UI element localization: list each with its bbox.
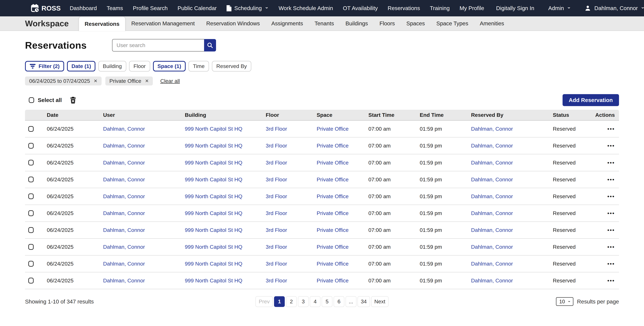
cell-space-link[interactable]: Private Office	[317, 277, 348, 283]
nav-item-public-calendar[interactable]: Public Calendar	[173, 5, 222, 11]
admin-menu[interactable]: Admin ⌄	[541, 5, 578, 11]
cell-reserved-by-link[interactable]: Dahlman, Connor	[471, 244, 513, 250]
cell-reserved-by-link[interactable]: Dahlman, Connor	[471, 210, 513, 216]
row-checkbox[interactable]	[28, 143, 34, 149]
tab-buildings[interactable]: Buildings	[340, 16, 374, 30]
cell-space-link[interactable]: Private Office	[317, 210, 348, 216]
cell-space-link[interactable]: Private Office	[317, 126, 348, 132]
filter-button-filter-2[interactable]: Filter (2)	[25, 61, 64, 72]
cell-building-link[interactable]: 999 North Capitol St HQ	[185, 143, 242, 148]
pagination-page-1[interactable]: 1	[274, 296, 285, 307]
cell-user-link[interactable]: Dahlman, Connor	[103, 159, 145, 166]
cell-reserved-by-link[interactable]: Dahlman, Connor	[471, 177, 513, 183]
cell-user-link[interactable]: Dahlman, Connor	[103, 193, 145, 199]
filter-button-space-1[interactable]: Space (1)	[153, 61, 186, 72]
row-actions-button[interactable]: •••	[594, 159, 619, 166]
cell-floor-link[interactable]: 3rd Floor	[266, 210, 287, 216]
row-actions-button[interactable]: •••	[594, 143, 619, 149]
pagination-page-34[interactable]: 34	[358, 296, 370, 307]
row-checkbox[interactable]	[28, 278, 34, 283]
filter-button-date-1[interactable]: Date (1)	[67, 61, 96, 72]
tab-floors[interactable]: Floors	[374, 16, 400, 30]
cell-reserved-by-link[interactable]: Dahlman, Connor	[471, 159, 513, 166]
nav-item-reservations[interactable]: Reservations	[383, 5, 425, 11]
row-actions-button[interactable]: •••	[594, 277, 619, 284]
pagination-prev[interactable]: Prev	[256, 296, 273, 307]
ross-logo[interactable]: ROSS	[31, 4, 61, 13]
cell-floor-link[interactable]: 3rd Floor	[266, 277, 287, 283]
cell-building-link[interactable]: 999 North Capitol St HQ	[185, 159, 242, 166]
pagination-next[interactable]: Next	[371, 296, 388, 307]
cell-user-link[interactable]: Dahlman, Connor	[103, 126, 145, 132]
results-per-page-select[interactable]: 10	[556, 297, 574, 306]
tab-tenants[interactable]: Tenants	[309, 16, 340, 30]
cell-reserved-by-link[interactable]: Dahlman, Connor	[471, 261, 513, 267]
cell-building-link[interactable]: 999 North Capitol St HQ	[185, 210, 242, 216]
tab-spaces[interactable]: Spaces	[400, 16, 431, 30]
cell-reserved-by-link[interactable]: Dahlman, Connor	[471, 227, 513, 233]
pagination-page-4[interactable]: 4	[310, 296, 320, 307]
nav-item-training[interactable]: Training	[425, 5, 455, 11]
row-checkbox[interactable]	[28, 126, 34, 132]
user-menu[interactable]: Dahlman, Connor ⌄	[578, 5, 644, 11]
cell-floor-link[interactable]: 3rd Floor	[266, 143, 287, 148]
cell-space-link[interactable]: Private Office	[317, 227, 348, 233]
cell-space-link[interactable]: Private Office	[317, 244, 348, 250]
chip-remove-icon[interactable]: ✕	[145, 79, 149, 83]
nav-item-my-profile[interactable]: My Profile	[454, 5, 489, 11]
filter-button-reserved-by[interactable]: Reserved By	[212, 61, 252, 72]
nav-item-dashboard[interactable]: Dashboard	[65, 5, 102, 11]
chip-remove-icon[interactable]: ✕	[94, 79, 98, 83]
delete-selected-button[interactable]	[70, 97, 76, 104]
pagination-page-2[interactable]: 2	[286, 296, 297, 307]
row-checkbox[interactable]	[28, 261, 34, 267]
cell-user-link[interactable]: Dahlman, Connor	[103, 227, 145, 233]
select-all-checkbox[interactable]	[29, 97, 34, 103]
filter-button-building[interactable]: Building	[98, 61, 126, 72]
nav-item-profile-search[interactable]: Profile Search	[128, 5, 173, 11]
nav-item-work-schedule-admin[interactable]: Work Schedule Admin	[274, 5, 338, 11]
cell-space-link[interactable]: Private Office	[317, 193, 348, 199]
nav-item-ot-availability[interactable]: OT Availability	[338, 5, 383, 11]
cell-floor-link[interactable]: 3rd Floor	[266, 177, 287, 183]
row-checkbox[interactable]	[28, 194, 34, 199]
tab-reservation-management[interactable]: Reservation Management	[126, 16, 200, 30]
row-actions-button[interactable]: •••	[594, 126, 619, 132]
tab-amenities[interactable]: Amenities	[474, 16, 510, 30]
cell-user-link[interactable]: Dahlman, Connor	[103, 210, 145, 216]
cell-floor-link[interactable]: 3rd Floor	[266, 193, 287, 199]
cell-reserved-by-link[interactable]: Dahlman, Connor	[471, 193, 513, 199]
row-actions-button[interactable]: •••	[594, 210, 619, 216]
cell-building-link[interactable]: 999 North Capitol St HQ	[185, 244, 242, 250]
cell-reserved-by-link[interactable]: Dahlman, Connor	[471, 126, 513, 132]
row-actions-button[interactable]: •••	[594, 193, 619, 200]
cell-user-link[interactable]: Dahlman, Connor	[103, 177, 145, 183]
cell-floor-link[interactable]: 3rd Floor	[266, 244, 287, 250]
tab-reservation-windows[interactable]: Reservation Windows	[200, 16, 266, 30]
digitally-sign-in-link[interactable]: Digitally Sign In	[489, 5, 541, 11]
cell-floor-link[interactable]: 3rd Floor	[266, 126, 287, 132]
cell-building-link[interactable]: 999 North Capitol St HQ	[185, 227, 242, 233]
cell-user-link[interactable]: Dahlman, Connor	[103, 277, 145, 283]
pagination-page-3[interactable]: 3	[298, 296, 309, 307]
row-actions-button[interactable]: •••	[594, 261, 619, 267]
cell-building-link[interactable]: 999 North Capitol St HQ	[185, 177, 242, 183]
cell-user-link[interactable]: Dahlman, Connor	[103, 143, 145, 148]
cell-building-link[interactable]: 999 North Capitol St HQ	[185, 277, 242, 283]
nav-item-scheduling[interactable]: Scheduling⌄	[222, 5, 274, 11]
cell-space-link[interactable]: Private Office	[317, 261, 348, 267]
cell-space-link[interactable]: Private Office	[317, 159, 348, 166]
filter-button-time[interactable]: Time	[188, 61, 209, 72]
cell-floor-link[interactable]: 3rd Floor	[266, 227, 287, 233]
cell-user-link[interactable]: Dahlman, Connor	[103, 261, 145, 267]
pagination-ellipsis[interactable]: ...	[346, 296, 356, 307]
row-checkbox[interactable]	[28, 210, 34, 216]
cell-reserved-by-link[interactable]: Dahlman, Connor	[471, 277, 513, 283]
pagination-page-6[interactable]: 6	[334, 296, 344, 307]
cell-floor-link[interactable]: 3rd Floor	[266, 261, 287, 267]
cell-space-link[interactable]: Private Office	[317, 143, 348, 148]
clear-all-link[interactable]: Clear all	[160, 78, 180, 84]
pagination-page-5[interactable]: 5	[322, 296, 332, 307]
tab-space-types[interactable]: Space Types	[431, 16, 474, 30]
row-checkbox[interactable]	[28, 227, 34, 233]
